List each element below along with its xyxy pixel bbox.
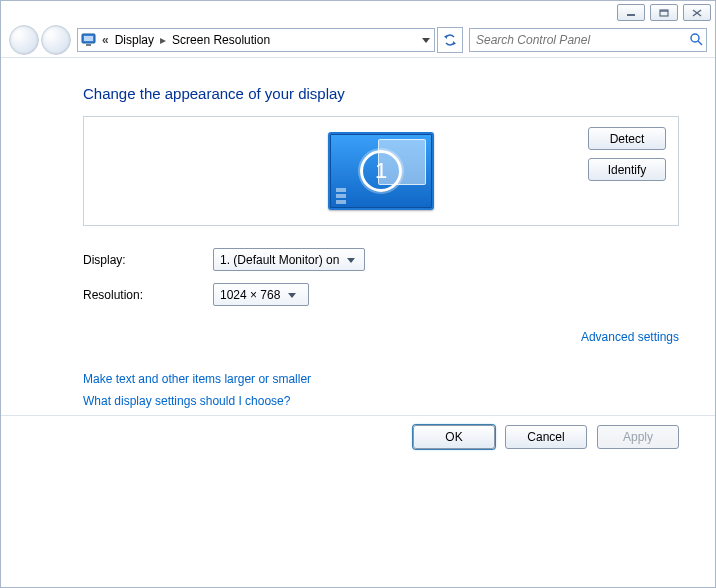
chevron-right-icon: ▸	[158, 33, 168, 47]
text-size-link[interactable]: Make text and other items larger or smal…	[83, 372, 311, 386]
refresh-button[interactable]	[437, 27, 463, 53]
detect-button[interactable]: Detect	[588, 127, 666, 150]
nav-forward-button[interactable]	[41, 25, 71, 55]
chevron-down-icon	[288, 288, 299, 302]
display-select-value: 1. (Default Monitor) on	[220, 253, 347, 267]
help-link[interactable]: What display settings should I choose?	[83, 394, 290, 408]
resolution-select-value: 1024 × 768	[220, 288, 288, 302]
search-box[interactable]	[469, 28, 707, 52]
svg-rect-7	[86, 44, 91, 46]
svg-rect-6	[84, 36, 93, 41]
svg-marker-12	[288, 293, 296, 298]
resolution-label: Resolution:	[83, 288, 213, 302]
svg-marker-8	[422, 38, 430, 43]
breadcrumb-prev[interactable]: «	[100, 33, 111, 47]
cancel-button[interactable]: Cancel	[505, 425, 587, 449]
display-select[interactable]: 1. (Default Monitor) on	[213, 248, 365, 271]
breadcrumb-item-screenres[interactable]: Screen Resolution	[168, 33, 274, 47]
resolution-select[interactable]: 1024 × 768	[213, 283, 309, 306]
monitor-number-badge: 1	[360, 150, 402, 192]
search-input[interactable]	[470, 33, 686, 47]
monitor-thumbnail-1[interactable]: 1	[328, 132, 434, 210]
page-title: Change the appearance of your display	[83, 85, 679, 102]
display-label: Display:	[83, 253, 213, 267]
ok-button[interactable]: OK	[413, 425, 495, 449]
chevron-down-icon	[347, 253, 358, 267]
svg-point-9	[691, 34, 699, 42]
minimize-button[interactable]	[617, 4, 645, 21]
svg-line-10	[698, 41, 702, 45]
breadcrumb-item-display[interactable]: Display	[111, 33, 158, 47]
address-bar[interactable]: « Display ▸ Screen Resolution	[77, 28, 435, 52]
address-history-dropdown[interactable]	[418, 33, 434, 47]
svg-marker-11	[347, 258, 355, 263]
maximize-button[interactable]	[650, 4, 678, 21]
identify-button[interactable]: Identify	[588, 158, 666, 181]
advanced-settings-link[interactable]: Advanced settings	[581, 330, 679, 344]
search-icon[interactable]	[686, 32, 706, 49]
nav-back-button[interactable]	[9, 25, 39, 55]
close-button[interactable]	[683, 4, 711, 21]
monitor-icon	[81, 33, 97, 47]
monitor-preview-panel: 1 Detect Identify	[83, 116, 679, 226]
apply-button: Apply	[597, 425, 679, 449]
